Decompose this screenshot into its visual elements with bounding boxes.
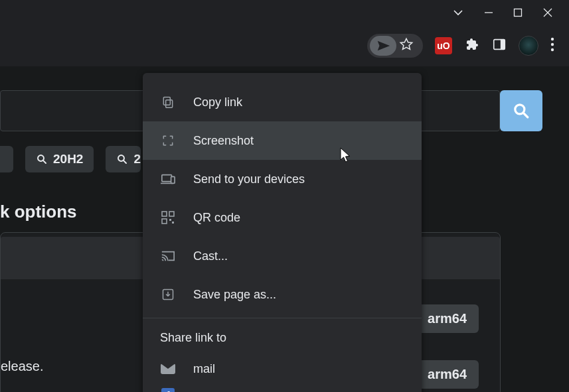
- cast-icon: [160, 249, 176, 263]
- share-context-menu: Copy link Screenshot Send to your device…: [143, 73, 422, 392]
- svg-point-7: [551, 43, 554, 46]
- address-bar-actions: [367, 34, 423, 58]
- profile-avatar[interactable]: [519, 36, 538, 56]
- menu-label: Screenshot: [193, 134, 254, 148]
- tag-20h2[interactable]: 20H2: [25, 146, 94, 172]
- extension-ublock[interactable]: uO: [435, 37, 452, 54]
- qr-code-icon: [160, 211, 176, 224]
- menu-item-copy-link[interactable]: Copy link: [143, 83, 422, 121]
- download-icon: [160, 288, 176, 301]
- search-icon: [513, 102, 530, 119]
- menu-item-send-devices[interactable]: Send to your devices: [143, 160, 422, 198]
- svg-rect-1: [515, 9, 522, 17]
- minimize-button[interactable]: [484, 8, 493, 17]
- kebab-menu-icon[interactable]: [550, 37, 554, 54]
- devices-icon: [160, 172, 176, 186]
- svg-rect-5: [501, 40, 505, 50]
- menu-item-mail[interactable]: mail: [143, 353, 422, 385]
- tag-label: 20H2: [53, 152, 83, 166]
- svg-rect-24: [172, 222, 174, 224]
- tag-partial-2[interactable]: 2: [106, 146, 141, 172]
- svg-rect-16: [163, 98, 170, 105]
- search-button[interactable]: [500, 90, 542, 131]
- menu-separator: [143, 318, 422, 318]
- svg-point-6: [551, 38, 554, 40]
- svg-rect-15: [166, 100, 173, 108]
- svg-line-14: [123, 161, 126, 163]
- ublock-label: uO: [437, 40, 449, 51]
- page-content: 20H2 2 k options elease. arm64 arm64 Cop…: [0, 66, 569, 392]
- copy-icon: [160, 96, 176, 109]
- facebook-icon: f: [160, 388, 176, 392]
- section-heading: k options: [0, 202, 77, 222]
- svg-rect-20: [162, 212, 167, 216]
- svg-line-12: [43, 161, 46, 163]
- maximize-button[interactable]: [513, 8, 523, 17]
- mail-icon: [160, 363, 176, 374]
- mouse-cursor: [340, 147, 352, 163]
- svg-line-10: [523, 113, 528, 117]
- browser-toolbar: uO: [0, 25, 569, 66]
- arch-button-arm64[interactable]: arm64: [416, 304, 479, 333]
- chevron-down-icon[interactable]: [452, 7, 464, 19]
- search-icon: [116, 153, 128, 165]
- tag-label: 2: [133, 152, 141, 166]
- svg-rect-19: [171, 176, 175, 183]
- svg-rect-23: [169, 219, 171, 221]
- menu-item-qr-code[interactable]: QR code: [143, 198, 422, 237]
- extensions-puzzle-icon[interactable]: [464, 36, 480, 55]
- sidepanel-icon[interactable]: [492, 37, 507, 54]
- bookmark-star-icon[interactable]: [399, 37, 414, 54]
- menu-label: Copy link: [193, 96, 242, 109]
- menu-item-screenshot[interactable]: Screenshot: [143, 121, 422, 160]
- menu-share-heading: Share link to: [143, 322, 422, 353]
- menu-label: Save page as...: [193, 288, 276, 302]
- tag-partial[interactable]: [0, 146, 13, 172]
- svg-rect-21: [169, 212, 174, 216]
- arch-button-arm64-2[interactable]: arm64: [416, 360, 479, 389]
- screenshot-icon: [160, 134, 176, 147]
- share-button[interactable]: [370, 36, 396, 56]
- window-titlebar: [0, 0, 569, 25]
- menu-item-save-page[interactable]: Save page as...: [143, 275, 422, 314]
- release-text: elease.: [1, 359, 44, 374]
- menu-item-cast[interactable]: Cast...: [143, 237, 422, 275]
- menu-item-facebook[interactable]: f: [143, 385, 422, 392]
- svg-rect-22: [162, 219, 167, 224]
- close-button[interactable]: [542, 7, 553, 18]
- menu-label: QR code: [193, 211, 240, 225]
- menu-label: Cast...: [193, 249, 228, 263]
- menu-label: mail: [193, 362, 215, 376]
- filter-tags: 20H2 2: [0, 146, 141, 172]
- search-icon: [36, 153, 48, 165]
- svg-rect-17: [162, 175, 172, 182]
- svg-point-8: [551, 48, 554, 51]
- browser-window: uO 20H2 2 k options: [0, 0, 569, 392]
- menu-label: Send to your devices: [193, 172, 305, 186]
